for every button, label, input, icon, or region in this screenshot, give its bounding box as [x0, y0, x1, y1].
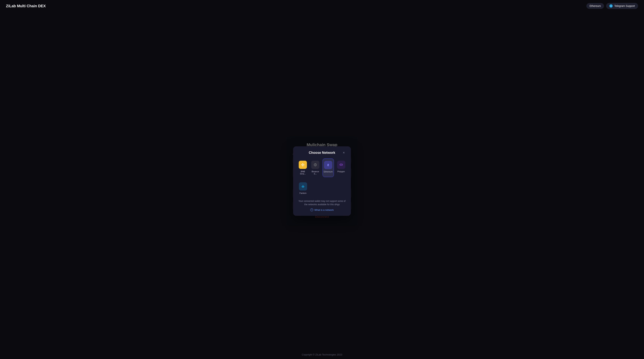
svg-point-14	[340, 164, 340, 165]
telegram-label: Telegram Support	[614, 4, 635, 7]
bnb-icon	[299, 161, 307, 169]
bnb-label: BNB Sma...	[299, 170, 307, 175]
fantom-label: Fantom	[300, 192, 306, 194]
network-badge[interactable]: Ethereum	[586, 3, 604, 9]
svg-point-7	[315, 164, 316, 165]
svg-point-15	[340, 164, 341, 164]
main-content: Mulichain Swap Address 0x...........36 Ξ…	[0, 12, 644, 350]
binance-s-icon	[311, 161, 320, 169]
modal-overlay[interactable]: Choose Network × BNB Sma...	[286, 136, 358, 226]
svg-point-3	[315, 164, 316, 164]
copyright-text: Copyright © ZiLab Technologies 2023	[302, 353, 342, 356]
svg-point-18	[342, 164, 343, 165]
network-item-polygon[interactable]: Polygon	[336, 158, 346, 177]
header-right: Ethereum ✈ Telegram Support	[586, 3, 638, 9]
ethereum-label: Ethereum	[324, 171, 333, 173]
what-is-network-link[interactable]: ? What is a network	[298, 208, 346, 211]
modal-info-text: Your connected wallet may not support so…	[298, 199, 346, 206]
svg-point-17	[342, 164, 342, 164]
info-icon: ?	[310, 208, 313, 211]
svg-point-4	[315, 165, 316, 166]
telegram-icon: ✈	[609, 4, 613, 8]
network-item-ethereum[interactable]: Ethereum	[322, 158, 334, 177]
footer: Copyright © ZiLab Technologies 2023	[0, 350, 644, 359]
fantom-icon	[299, 182, 307, 190]
polygon-label: Polygon	[338, 170, 345, 173]
svg-point-16	[341, 164, 342, 165]
svg-point-5	[314, 165, 315, 165]
binance-s-label: Binance S...	[311, 170, 320, 175]
network-item-fantom[interactable]: Fantom	[298, 180, 308, 196]
modal-title: Choose Network	[309, 151, 335, 155]
network-item-bnb[interactable]: BNB Sma...	[298, 158, 308, 177]
header: ZiLab Multi Chain DEX Ethereum ✈ Telegra…	[0, 0, 644, 12]
swap-card: Mulichain Swap Address 0x...........36 Ξ…	[286, 136, 358, 226]
network-grid-row2: Fantom	[298, 180, 346, 196]
svg-point-6	[316, 165, 316, 165]
choose-network-modal: Choose Network × BNB Sma...	[293, 146, 351, 216]
app-logo: ZiLab Multi Chain DEX	[6, 4, 46, 8]
what-is-network-label: What is a network	[314, 209, 334, 211]
network-item-binance[interactable]: Binance S...	[310, 158, 321, 177]
polygon-icon	[337, 161, 345, 169]
network-grid-row1: BNB Sma...	[298, 158, 346, 177]
modal-close-button[interactable]: ×	[341, 150, 346, 155]
svg-rect-13	[338, 162, 344, 167]
ethereum-icon	[324, 161, 332, 169]
modal-header: Choose Network ×	[298, 151, 346, 155]
telegram-support-button[interactable]: ✈ Telegram Support	[606, 3, 638, 9]
